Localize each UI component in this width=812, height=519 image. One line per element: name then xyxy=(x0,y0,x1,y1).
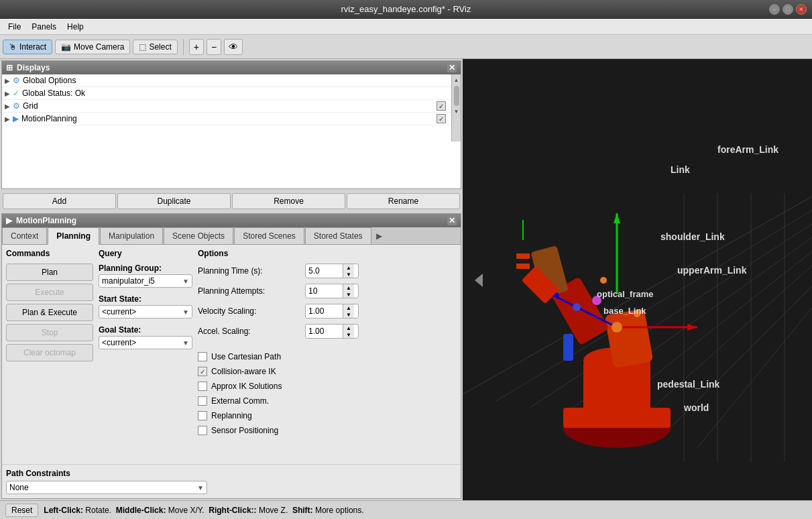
close-button[interactable]: ✕ xyxy=(796,4,807,15)
velocity-scaling-up[interactable]: ▲ xyxy=(343,304,354,311)
planning-group-label: Planning Group: xyxy=(99,264,192,273)
velocity-scaling-down[interactable]: ▼ xyxy=(343,311,354,318)
eye-icon-button[interactable]: 👁 xyxy=(224,39,243,55)
collision-ik-checkbox[interactable] xyxy=(198,367,207,376)
velocity-scaling-field[interactable] xyxy=(306,305,343,317)
remove-display-button[interactable]: Remove xyxy=(232,193,345,209)
display-item-label: Global Status: Ok xyxy=(22,89,449,98)
svg-rect-36 xyxy=(563,334,573,361)
clear-octomap-button[interactable]: Clear octomap xyxy=(6,344,93,361)
planning-attempts-row: Planning Attempts: ▲ ▼ xyxy=(198,284,457,298)
viewport-3d[interactable]: foreArm_Link Link shoulder_Link upperArm… xyxy=(463,59,812,500)
remove-icon-button[interactable]: − xyxy=(207,39,221,55)
scroll-up-arrow[interactable]: ▲ xyxy=(453,76,461,84)
accel-scaling-up[interactable]: ▲ xyxy=(343,325,354,331)
add-icon-button[interactable]: + xyxy=(189,39,204,55)
scroll-thumb[interactable] xyxy=(454,86,459,106)
planning-attempts-down[interactable]: ▼ xyxy=(343,291,354,298)
planning-time-input[interactable]: ▲ ▼ xyxy=(305,264,359,278)
accel-scaling-field[interactable] xyxy=(306,325,343,337)
select-button[interactable]: ⬚ Select xyxy=(133,40,177,54)
sensor-positioning-checkbox[interactable] xyxy=(198,426,207,435)
svg-text:optical_frame: optical_frame xyxy=(597,289,654,299)
interact-button[interactable]: 🖱 Interact xyxy=(3,40,52,54)
rename-display-button[interactable]: Rename xyxy=(347,193,460,209)
tab-scene-objects[interactable]: Scene Objects xyxy=(164,227,233,244)
displays-close-button[interactable]: ✕ xyxy=(447,63,457,72)
accel-scaling-row: Accel. Scaling: ▲ ▼ xyxy=(198,324,457,339)
menu-panels[interactable]: Panels xyxy=(26,21,62,33)
display-item-icon: ▶ xyxy=(13,114,19,123)
plan-execute-button[interactable]: Plan & Execute xyxy=(6,304,93,321)
display-checkbox[interactable]: ✓ xyxy=(437,114,446,123)
accel-scaling-input[interactable]: ▲ ▼ xyxy=(305,324,359,339)
collision-ik-row: Collision-aware IK xyxy=(198,367,457,376)
planning-time-row: Planning Time (s): ▲ ▼ xyxy=(198,264,457,278)
start-state-dropdown[interactable]: <current> ▼ xyxy=(99,305,192,319)
add-display-button[interactable]: Add xyxy=(3,193,116,209)
planning-group-dropdown[interactable]: manipulator_i5 ▼ xyxy=(99,274,192,288)
displays-panel-icon: ⊞ xyxy=(6,63,13,72)
approx-ik-row: Approx IK Solutions xyxy=(198,382,457,391)
options-title: Options xyxy=(198,249,457,258)
displays-list: ▶ ⚙ Global Options ▶ ✓ Global Status: Ok… xyxy=(2,74,451,141)
display-checkbox[interactable]: ✓ xyxy=(437,101,446,111)
external-comm-row: External Comm. xyxy=(198,396,457,406)
tab-stored-states[interactable]: Stored States xyxy=(305,227,371,244)
planning-group-row: Planning Group: manipulator_i5 ▼ xyxy=(99,264,192,288)
goal-state-arrow: ▼ xyxy=(182,339,189,347)
maximize-button[interactable]: □ xyxy=(782,4,793,15)
stop-button[interactable]: Stop xyxy=(6,324,93,341)
display-item[interactable]: ▶ ⚙ Grid ✓ xyxy=(2,100,451,113)
plan-button[interactable]: Plan xyxy=(6,264,93,281)
reset-button[interactable]: Reset xyxy=(5,504,38,517)
svg-text:upperArm_Link: upperArm_Link xyxy=(677,265,747,276)
cartesian-path-label: Use Cartesian Path xyxy=(211,352,281,361)
approx-ik-checkbox[interactable] xyxy=(198,382,207,391)
planning-time-field[interactable] xyxy=(306,265,343,277)
svg-point-30 xyxy=(600,277,607,284)
menu-file[interactable]: File xyxy=(3,21,26,33)
planning-attempts-up[interactable]: ▲ xyxy=(343,284,354,291)
displays-header: ⊞ Displays ✕ xyxy=(2,61,461,74)
planning-time-up[interactable]: ▲ xyxy=(343,264,354,271)
displays-scrollbar[interactable]: ▲ ▼ xyxy=(451,74,461,141)
planning-attempts-input[interactable]: ▲ ▼ xyxy=(305,284,359,298)
tab-scroll-arrow[interactable]: ▶ xyxy=(372,229,386,243)
query-column: Query Planning Group: manipulator_i5 ▼ S… xyxy=(99,249,192,460)
goal-state-dropdown[interactable]: <current> ▼ xyxy=(99,336,192,349)
move-camera-button[interactable]: 📷 Move Camera xyxy=(55,40,130,54)
scroll-down-arrow[interactable]: ▼ xyxy=(453,107,461,116)
tab-manipulation[interactable]: Manipulation xyxy=(100,227,163,244)
display-arrow: ▶ xyxy=(5,77,10,84)
svg-point-28 xyxy=(573,303,581,311)
path-constraints-dropdown[interactable]: None ▼ xyxy=(6,481,207,494)
planning-attempts-field[interactable] xyxy=(306,285,343,297)
minimize-button[interactable]: ─ xyxy=(769,4,780,15)
planning-group-arrow: ▼ xyxy=(182,278,189,285)
cartesian-path-checkbox[interactable] xyxy=(198,352,207,361)
planning-time-down[interactable]: ▼ xyxy=(343,271,354,278)
velocity-scaling-row: Velocity Scaling: ▲ ▼ xyxy=(198,304,457,319)
tab-context[interactable]: Context xyxy=(2,227,47,244)
titlebar: rviz_easy_handeye.config* - RViz ─ □ ✕ xyxy=(0,0,812,19)
display-item[interactable]: ▶ ⚙ Global Options xyxy=(2,74,451,87)
toolbar-separator xyxy=(183,39,184,55)
tab-stored-scenes[interactable]: Stored Scenes xyxy=(234,227,304,244)
replanning-checkbox[interactable] xyxy=(198,411,207,420)
display-item[interactable]: ▶ ▶ MotionPlanning ✓ xyxy=(2,113,451,125)
motion-panel-close[interactable]: ✕ xyxy=(447,216,457,225)
replanning-row: Replanning xyxy=(198,411,457,420)
external-comm-checkbox[interactable] xyxy=(198,396,207,406)
planning-group-value: manipulator_i5 xyxy=(102,276,182,286)
query-title: Query xyxy=(99,249,192,258)
tab-planning[interactable]: Planning xyxy=(48,227,99,245)
display-item-icon: ⚙ xyxy=(13,76,20,85)
execute-button[interactable]: Execute xyxy=(6,284,93,301)
velocity-scaling-input[interactable]: ▲ ▼ xyxy=(305,304,359,319)
options-column: Options Planning Time (s): ▲ ▼ Plannin xyxy=(198,249,457,460)
duplicate-display-button[interactable]: Duplicate xyxy=(117,193,231,209)
display-item[interactable]: ▶ ✓ Global Status: Ok xyxy=(2,87,451,100)
menu-help[interactable]: Help xyxy=(62,21,89,33)
accel-scaling-down[interactable]: ▼ xyxy=(343,331,354,338)
